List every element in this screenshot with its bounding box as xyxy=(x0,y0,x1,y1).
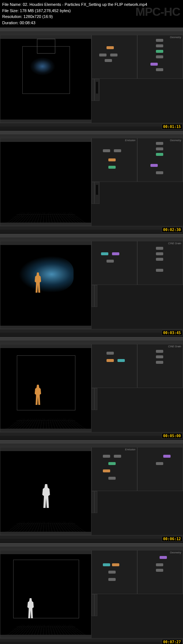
app-watermark: MPC-HC xyxy=(135,3,180,21)
viewport-3d xyxy=(0,241,92,329)
parameter-panel xyxy=(92,594,94,616)
window-titlebar xyxy=(0,337,183,341)
node-editor-right: CINE Grain xyxy=(137,241,183,285)
character-figure xyxy=(41,484,52,508)
window-titlebar xyxy=(0,543,183,547)
emitter-box xyxy=(37,39,55,54)
viewport-3d xyxy=(0,447,92,535)
timeline xyxy=(0,535,183,539)
code-panel xyxy=(94,182,100,204)
file-info-header: File Name: 02. Houdini Elements - Partic… xyxy=(0,0,183,27)
node-editor-left: Emission xyxy=(92,138,137,182)
node-editor-right: Geometry xyxy=(137,35,183,79)
parameter-panel xyxy=(92,182,94,204)
node-editor-right: Geometry xyxy=(137,550,183,594)
viewport-3d xyxy=(0,138,92,226)
window-titlebar xyxy=(0,131,183,135)
thumbnail[interactable]: CINE Grain 00:03:45 xyxy=(0,233,183,336)
menubar xyxy=(0,444,183,447)
timestamp-badge: 00:05:00 xyxy=(162,433,182,439)
parameter-panel xyxy=(92,491,94,513)
node-editor-right: Geometry xyxy=(137,138,183,182)
timeline xyxy=(0,226,183,230)
particle-explosion xyxy=(19,256,74,293)
parameter-panel xyxy=(92,285,94,307)
timeline xyxy=(0,638,183,642)
timeline xyxy=(0,123,183,127)
parameter-panel-2 xyxy=(94,285,97,307)
viewport-3d xyxy=(0,550,92,638)
timeline xyxy=(0,329,183,333)
node-editor-right xyxy=(137,447,183,491)
thumbnail[interactable]: Geometry 00:07:27 xyxy=(0,542,183,644)
timeline xyxy=(0,432,183,436)
bounding-box xyxy=(13,560,79,618)
timestamp-badge: 00:02:30 xyxy=(162,227,182,233)
parameter-panel xyxy=(92,79,94,101)
parameter-panel-2 xyxy=(94,491,97,513)
particle-cloud xyxy=(30,57,55,76)
thumbnail[interactable]: Emission Geometry xyxy=(0,130,183,233)
code-panel xyxy=(94,79,100,101)
node-editor-left xyxy=(92,344,137,388)
node-editor-right: CINE Grain xyxy=(137,344,183,388)
thumbnail[interactable]: Emission xyxy=(0,439,183,542)
thumbnail[interactable]: Geometry xyxy=(0,27,183,130)
menubar xyxy=(0,341,183,344)
window-titlebar xyxy=(0,234,183,238)
timestamp-badge: 00:03:45 xyxy=(162,330,182,336)
timestamp-badge: 00:01:15 xyxy=(162,124,182,129)
menubar xyxy=(0,547,183,550)
parameter-panel xyxy=(92,388,94,410)
parameter-panel-2 xyxy=(94,594,97,616)
node-editor-left xyxy=(92,35,137,79)
bounding-box xyxy=(17,355,75,410)
viewport-3d xyxy=(0,344,92,432)
menubar xyxy=(0,238,183,241)
node-editor-left: Emission xyxy=(92,447,137,491)
menubar xyxy=(0,135,183,138)
window-titlebar xyxy=(0,440,183,444)
parameter-panel-2 xyxy=(94,388,97,410)
menubar xyxy=(0,32,183,35)
window-titlebar xyxy=(0,28,183,32)
viewport-3d xyxy=(0,35,92,123)
thumbnail-grid: Geometry xyxy=(0,27,183,644)
node-editor-left xyxy=(92,550,137,594)
timestamp-badge: 00:06:12 xyxy=(162,536,182,542)
timestamp-badge: 00:07:27 xyxy=(162,639,182,644)
thumbnail[interactable]: CINE Grain 00:05:00 xyxy=(0,336,183,439)
node-editor-left xyxy=(92,241,137,285)
